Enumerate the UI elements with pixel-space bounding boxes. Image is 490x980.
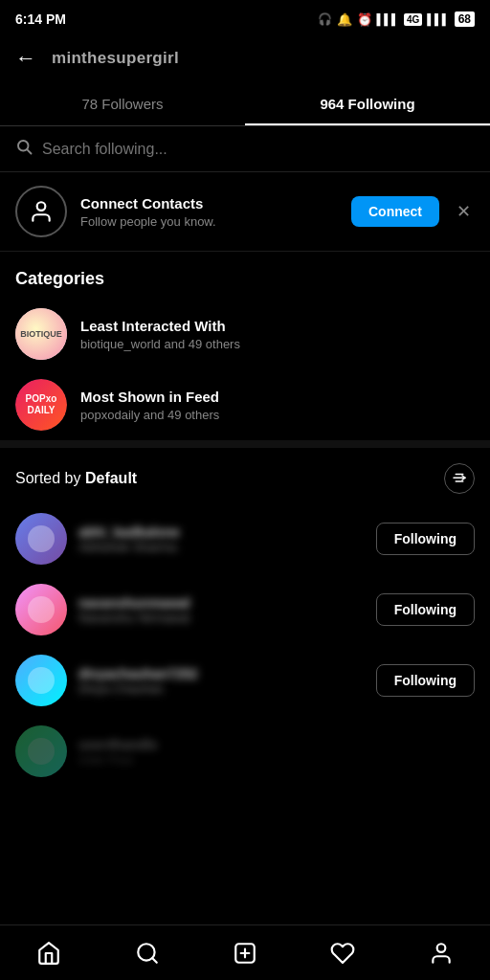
following-button-2[interactable]: Following (376, 593, 475, 626)
search-nav-button[interactable] (126, 932, 168, 974)
user-info-4: user4handle User Four (78, 737, 475, 767)
popxo-logo: POPxoDAILY (15, 379, 67, 431)
user-info-2: navanshunmawal Navanshu Nirmawal (78, 595, 365, 625)
status-bar: 6:14 PM 🎧 🔔 ⏰ ▌▌▌ 4G ▌▌▌ 68 (0, 0, 490, 34)
connect-banner: Connect Contacts Follow people you know.… (0, 172, 490, 252)
svg-line-1 (27, 149, 31, 153)
connect-title: Connect Contacts (80, 195, 338, 212)
categories-section: Categories BIOTIQUE Least Interacted Wit… (0, 252, 490, 440)
avatar (15, 584, 67, 635)
sort-bar: Sorted by Default (0, 440, 490, 503)
home-nav-button[interactable] (28, 932, 70, 974)
svg-point-12 (436, 944, 445, 952)
signal-icon-2: ▌▌▌ (427, 13, 449, 25)
user-handle-4: user4handle (78, 737, 475, 752)
category-desc-1: biotique_world and 49 others (80, 337, 475, 351)
user-name-3: Divya Chauhan (78, 681, 365, 696)
user-info-3: divyachauhan7252 Divya Chauhan (78, 666, 365, 696)
notification-icon: 🔔 (337, 12, 352, 27)
tab-followers[interactable]: 78 Followers (0, 82, 245, 125)
tabs-bar: 78 Followers 964 Following (0, 82, 490, 126)
following-button-3[interactable]: Following (376, 664, 475, 697)
user-name-2: Navanshu Nirmawal (78, 611, 365, 625)
category-most-shown[interactable]: POPxoDAILY Most Shown in Feed popxodaily… (0, 369, 490, 440)
avatar (15, 725, 67, 777)
user-info-1: abhi_badkalone Abhishek Sharma (78, 524, 365, 554)
add-icon (233, 941, 257, 966)
headphone-icon: 🎧 (318, 12, 332, 26)
category-info-2: Most Shown in Feed popxodaily and 49 oth… (80, 389, 475, 422)
search-nav-icon (135, 941, 160, 966)
connect-avatar (15, 186, 67, 237)
connect-button[interactable]: Connect (351, 196, 439, 227)
nav-username: minthesupergirl (52, 49, 179, 68)
profile-icon (429, 941, 454, 966)
add-nav-button[interactable] (224, 932, 266, 974)
category-least-interacted[interactable]: BIOTIQUE Least Interacted With biotique_… (0, 299, 490, 369)
status-time: 6:14 PM (15, 11, 66, 27)
category-name-2: Most Shown in Feed (80, 389, 475, 405)
connect-text: Connect Contacts Follow people you know. (80, 195, 338, 229)
network-badge: 4G (404, 13, 422, 26)
profile-nav-button[interactable] (420, 932, 462, 974)
table-row: user4handle User Four (0, 716, 490, 787)
search-icon (15, 138, 33, 160)
table-row: divyachauhan7252 Divya Chauhan Following (0, 645, 490, 716)
status-icons: 🎧 🔔 ⏰ ▌▌▌ 4G ▌▌▌ 68 (318, 11, 475, 27)
category-info-1: Least Interacted With biotique_world and… (80, 318, 475, 351)
user-handle-2: navanshunmawal (78, 595, 365, 611)
user-handle-3: divyachauhan7252 (78, 666, 365, 681)
signal-icon: ▌▌▌ (377, 13, 399, 25)
category-desc-2: popxodaily and 49 others (80, 408, 475, 422)
likes-nav-button[interactable] (322, 932, 364, 974)
category-avatar-popxo: POPxoDAILY (15, 379, 67, 431)
back-button[interactable]: ← (15, 46, 36, 71)
avatar (15, 655, 67, 706)
battery-icon: 68 (455, 11, 475, 27)
connect-subtitle: Follow people you know. (80, 214, 338, 229)
table-row: navanshunmawal Navanshu Nirmawal Followi… (0, 574, 490, 645)
category-avatar-biotique: BIOTIQUE (15, 308, 67, 360)
biotique-logo: BIOTIQUE (15, 308, 67, 360)
user-list: abhi_badkalone Abhishek Sharma Following… (0, 503, 490, 787)
user-name-4: User Four (78, 752, 475, 767)
home-icon (36, 941, 61, 966)
sort-order-button[interactable] (444, 463, 475, 494)
user-handle-1: abhi_badkalone (78, 524, 365, 540)
search-input[interactable] (42, 141, 475, 158)
avatar (15, 513, 67, 565)
categories-title: Categories (0, 252, 490, 299)
close-banner-button[interactable]: ✕ (453, 197, 475, 226)
alarm-icon: ⏰ (357, 12, 372, 27)
tab-following[interactable]: 964 Following (245, 82, 490, 125)
svg-point-2 (37, 202, 46, 211)
user-name-1: Abhishek Sharma (78, 540, 365, 554)
category-name-1: Least Interacted With (80, 318, 475, 334)
top-nav: ← minthesupergirl (0, 34, 490, 82)
svg-line-3 (30, 200, 33, 204)
search-bar (0, 126, 490, 172)
sort-label: Sorted by Default (15, 470, 137, 487)
heart-icon (330, 941, 355, 966)
bottom-nav (0, 924, 490, 980)
svg-line-8 (152, 958, 157, 963)
table-row: abhi_badkalone Abhishek Sharma Following (0, 503, 490, 574)
following-button-1[interactable]: Following (376, 523, 475, 555)
contacts-icon (29, 199, 54, 224)
